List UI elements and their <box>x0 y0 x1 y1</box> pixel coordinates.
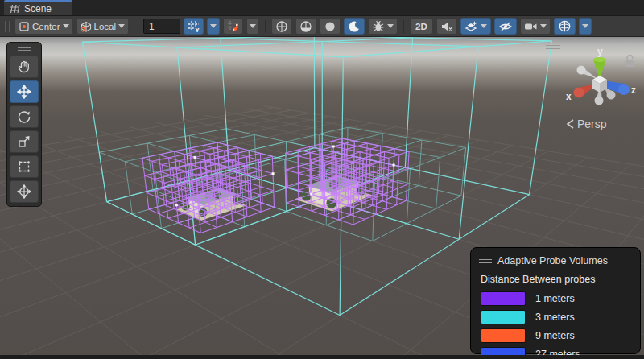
tab-scene[interactable]: Scene <box>4 0 72 15</box>
tool-transform[interactable] <box>10 180 39 203</box>
tools-overlay <box>6 42 42 207</box>
camera-icon <box>524 21 538 32</box>
gizmos-toggle[interactable] <box>554 18 576 35</box>
chevron-down-icon <box>118 24 125 28</box>
lock-icon[interactable] <box>626 56 634 67</box>
snap-increment-input[interactable] <box>143 19 180 34</box>
svg-text:Y: Y <box>196 27 200 33</box>
effects-dropdown[interactable] <box>368 18 398 35</box>
hand-icon <box>17 60 31 74</box>
apv-legend-row: 9 meters <box>481 328 632 343</box>
projection-toggle[interactable]: Persp <box>566 118 607 130</box>
draw-mode-button[interactable] <box>271 18 292 35</box>
axis-y-label: y <box>597 47 603 57</box>
scene-visibility-toggle[interactable] <box>494 18 517 35</box>
apv-title: Adaptive Probe Volumes <box>497 255 608 266</box>
tool-rotate[interactable] <box>10 105 39 128</box>
tool-rect[interactable] <box>10 155 39 178</box>
light-circle-toggle[interactable] <box>320 18 341 35</box>
chevron-down-icon <box>63 24 69 28</box>
shaded-wireframe-sphere-icon <box>275 20 288 33</box>
scene-lighting-toggle[interactable] <box>295 18 316 35</box>
chevron-down-icon <box>250 24 256 28</box>
rendering-debugger-dropdown[interactable] <box>460 18 491 35</box>
transform-icon <box>17 184 31 199</box>
scene-grid-icon <box>10 4 20 14</box>
snap-settings-dropdown[interactable] <box>246 18 259 35</box>
bug-icon <box>372 20 385 33</box>
camera-settings-dropdown[interactable] <box>520 18 551 35</box>
chevron-down-icon <box>582 24 588 28</box>
chevron-down-icon <box>481 24 487 28</box>
orientation-gizmo: y x z <box>560 47 641 116</box>
rect-tool-icon <box>17 159 31 174</box>
toolbar-separator <box>265 20 266 33</box>
skybox-toggle[interactable] <box>344 18 365 35</box>
gizmos-dropdown[interactable] <box>579 18 592 35</box>
snap-settings-button[interactable] <box>223 18 243 35</box>
chevron-down-icon <box>387 24 394 28</box>
apv-legend-row: 3 meters <box>481 310 632 324</box>
audio-toggle[interactable] <box>436 18 457 35</box>
grid-snapping-toggle[interactable]: Y <box>184 18 204 35</box>
scene-viewport[interactable]: y x z Persp Adaptive Probe Volumes Dista… <box>0 37 644 359</box>
scale-icon <box>17 134 31 149</box>
chevron-down-icon <box>540 24 547 28</box>
grid-snapping-dropdown[interactable] <box>207 18 220 35</box>
viewport-bottom-strip <box>0 355 644 359</box>
gizmo-center-cube[interactable] <box>592 76 607 93</box>
tool-hand[interactable] <box>10 56 39 78</box>
crescent-moon-icon <box>348 20 361 33</box>
rotation-mode-label: Local <box>94 22 117 31</box>
toolbar-drag-handle[interactable] <box>134 21 138 32</box>
layers-sparkle-icon <box>464 20 478 33</box>
apv-color-swatch <box>481 310 526 324</box>
apv-color-swatch <box>481 328 526 343</box>
apv-rows: 1 meters 3 meters 9 meters 27 meters <box>479 291 632 359</box>
apv-distance-label: 3 meters <box>535 312 575 323</box>
rotate-icon <box>17 109 31 124</box>
apv-subtitle: Distance Between probes <box>481 274 632 285</box>
apv-distance-label: 1 meters <box>535 293 575 304</box>
half-shaded-sphere-icon <box>299 20 312 33</box>
apv-color-swatch <box>481 291 526 306</box>
magnet-snap-icon <box>227 20 239 32</box>
audio-muted-icon <box>440 20 453 33</box>
chevron-down-icon <box>210 24 217 28</box>
orientation-overlay-handle[interactable] <box>546 45 560 52</box>
2d-mode-toggle[interactable]: 2D <box>410 18 433 35</box>
eye-slash-icon <box>498 20 513 33</box>
move-icon <box>17 85 31 99</box>
apv-legend-row: 1 meters <box>481 291 632 306</box>
apv-drag-handle[interactable] <box>479 259 492 263</box>
axis-x-label: x <box>566 91 572 102</box>
toolbar-drag-handle[interactable] <box>5 21 10 32</box>
unity-scene-window: Scene Center Local <box>0 0 644 359</box>
gizmo-sphere-icon <box>558 19 572 33</box>
tool-scale[interactable] <box>10 130 39 153</box>
axis-y-handle[interactable] <box>593 57 606 79</box>
pivot-mode-dropdown[interactable]: Center <box>14 18 73 35</box>
axis-z-label: z <box>631 85 636 96</box>
local-cube-icon <box>80 21 92 32</box>
tab-bar: Scene <box>0 0 644 16</box>
grid-snap-icon: Y <box>188 20 200 32</box>
apv-distance-label: 9 meters <box>535 330 575 341</box>
tools-drag-handle[interactable] <box>10 45 39 53</box>
pivot-mode-label: Center <box>32 22 60 31</box>
scene-toolbar: Center Local Y <box>0 16 644 37</box>
rotation-mode-dropdown[interactable]: Local <box>76 18 130 35</box>
toolbar-separator <box>403 20 404 33</box>
tool-move[interactable] <box>10 80 39 103</box>
pivot-icon <box>19 21 30 32</box>
projection-label: Persp <box>577 118 607 130</box>
apv-legend-panel: Adaptive Probe Volumes Distance Between … <box>470 247 641 354</box>
persp-arrow-icon <box>566 118 574 130</box>
2d-label: 2D <box>414 22 429 31</box>
tab-title: Scene <box>24 3 52 14</box>
filled-circle-icon <box>324 20 336 33</box>
